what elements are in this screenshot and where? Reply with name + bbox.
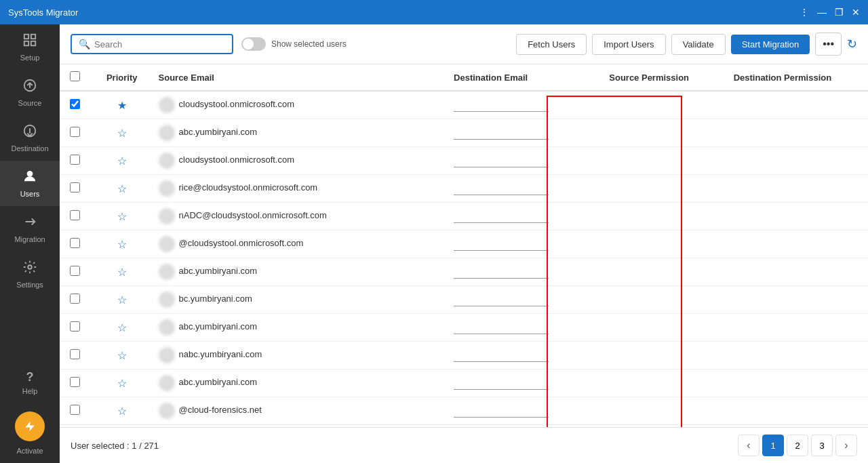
star-icon[interactable]: ☆ xyxy=(117,155,127,167)
star-icon[interactable]: ☆ xyxy=(117,127,127,139)
row-checkbox[interactable] xyxy=(70,238,80,248)
row-checkbox[interactable] xyxy=(70,266,80,276)
row-source-permission xyxy=(604,286,728,314)
settings-icon xyxy=(22,260,37,278)
row-checkbox[interactable] xyxy=(70,321,80,331)
row-checkbox[interactable] xyxy=(70,155,80,165)
pagination-prev[interactable]: ‹ xyxy=(738,435,760,456)
row-priority: ☆ xyxy=(91,369,153,397)
table-row: ☆ abc.yumbiryani.com xyxy=(60,119,868,147)
row-destination-email xyxy=(448,342,604,369)
pagination-page-1[interactable]: 1 xyxy=(762,435,784,456)
more-options-button[interactable]: ••• xyxy=(815,33,842,56)
avatar xyxy=(159,291,175,308)
toggle-label: Show selected users xyxy=(271,39,347,49)
star-icon[interactable]: ☆ xyxy=(117,294,127,306)
destination-email-input[interactable] xyxy=(454,127,549,140)
pagination-page-3[interactable]: 3 xyxy=(811,435,833,456)
row-checkbox[interactable] xyxy=(70,377,80,387)
destination-email-input[interactable] xyxy=(454,238,549,251)
svg-point-6 xyxy=(27,172,32,176)
destination-email-input[interactable] xyxy=(454,294,549,306)
sidebar-item-activate[interactable]: Activate xyxy=(0,403,60,463)
row-source-permission xyxy=(604,147,728,175)
sidebar-item-users[interactable]: Users xyxy=(0,161,60,206)
star-icon[interactable]: ☆ xyxy=(117,183,127,195)
minimize-button[interactable]: — xyxy=(817,7,827,18)
sidebar-item-source[interactable]: Source xyxy=(0,70,60,115)
sidebar-item-settings[interactable]: Settings xyxy=(0,251,60,297)
search-icon: 🔍 xyxy=(79,39,90,49)
star-icon[interactable]: ☆ xyxy=(117,350,127,361)
title-bar: SysTools Migrator ⋮ — ❐ ✕ xyxy=(0,0,868,24)
star-icon[interactable]: ★ xyxy=(117,100,127,111)
star-icon[interactable]: ☆ xyxy=(117,405,127,417)
star-icon[interactable]: ☆ xyxy=(117,378,127,389)
refresh-button[interactable]: ↻ xyxy=(847,37,857,52)
sidebar-item-help[interactable]: ? Help xyxy=(0,362,60,403)
toggle-area: Show selected users xyxy=(241,37,347,51)
header-checkbox-cell xyxy=(60,64,91,91)
star-icon[interactable]: ☆ xyxy=(117,266,127,278)
app-title: SysTools Migrator xyxy=(8,7,78,18)
row-checkbox[interactable] xyxy=(70,349,80,359)
header-source-permission: Source Permission xyxy=(604,64,728,91)
row-checkbox[interactable] xyxy=(70,182,80,193)
show-selected-toggle[interactable] xyxy=(241,37,266,51)
row-checkbox[interactable] xyxy=(70,210,80,220)
row-checkbox[interactable] xyxy=(70,405,80,415)
destination-email-input[interactable] xyxy=(454,99,549,112)
row-checkbox[interactable] xyxy=(70,294,80,304)
destination-email-input[interactable] xyxy=(454,405,549,418)
select-all-checkbox[interactable] xyxy=(70,71,80,81)
header-source-email: Source Email xyxy=(153,64,449,91)
sidebar-label-activate: Activate xyxy=(16,447,43,455)
row-checkbox-cell xyxy=(60,369,91,397)
row-source-email: cloudsystool.onmicrosoft.com xyxy=(153,91,449,119)
pagination-next[interactable]: › xyxy=(835,435,857,456)
window-controls: ⋮ — ❐ ✕ xyxy=(800,7,860,18)
row-source-email: abc.yumbiryani.com xyxy=(153,119,449,147)
row-priority: ☆ xyxy=(91,119,153,147)
destination-email-input[interactable] xyxy=(454,377,549,390)
pagination-page-2[interactable]: 2 xyxy=(787,435,808,456)
table-row: ☆ rice@cloudsystool.onmicrosoft.com xyxy=(60,175,868,203)
avatar xyxy=(159,403,175,419)
row-destination-email xyxy=(448,175,604,203)
star-icon[interactable]: ☆ xyxy=(117,322,127,334)
row-priority: ☆ xyxy=(91,286,153,314)
fetch-users-button[interactable]: Fetch Users xyxy=(516,34,587,55)
destination-email-input[interactable] xyxy=(454,266,549,279)
table-row: ☆ abc.yumbiryani.com xyxy=(60,314,868,342)
destination-email-input[interactable] xyxy=(454,349,549,362)
row-priority: ☆ xyxy=(91,342,153,369)
menu-icon[interactable]: ⋮ xyxy=(800,7,809,18)
migration-icon xyxy=(22,214,37,233)
star-icon[interactable]: ☆ xyxy=(117,211,127,222)
search-input[interactable] xyxy=(94,39,225,49)
restore-button[interactable]: ❐ xyxy=(835,7,844,18)
avatar xyxy=(159,347,175,363)
close-button[interactable]: ✕ xyxy=(852,7,860,18)
sidebar-item-migration[interactable]: Migration xyxy=(0,206,60,251)
destination-email-input[interactable] xyxy=(454,210,549,223)
destination-icon xyxy=(22,123,37,142)
pagination: ‹ 1 2 3 › xyxy=(738,435,857,456)
destination-email-input[interactable] xyxy=(454,182,549,195)
help-icon: ? xyxy=(26,370,34,384)
destination-email-input[interactable] xyxy=(454,321,549,334)
row-source-email: abc.yumbiryani.com xyxy=(153,314,449,342)
star-icon[interactable]: ☆ xyxy=(117,239,127,250)
row-checkbox[interactable] xyxy=(70,99,80,109)
destination-email-input[interactable] xyxy=(454,155,549,167)
table-row: ☆ nADC@cloudsystool.onmicrosoft.com xyxy=(60,203,868,230)
header-priority: Priority xyxy=(91,64,153,91)
sidebar-item-setup[interactable]: Setup xyxy=(0,24,60,70)
row-priority: ★ xyxy=(91,91,153,119)
sidebar-item-destination[interactable]: Destination xyxy=(0,115,60,161)
import-users-button[interactable]: Import Users xyxy=(592,34,665,55)
row-destination-permission xyxy=(728,175,868,203)
validate-button[interactable]: Validate xyxy=(671,34,726,55)
start-migration-button[interactable]: Start Migration xyxy=(731,35,810,54)
row-checkbox[interactable] xyxy=(70,127,80,137)
